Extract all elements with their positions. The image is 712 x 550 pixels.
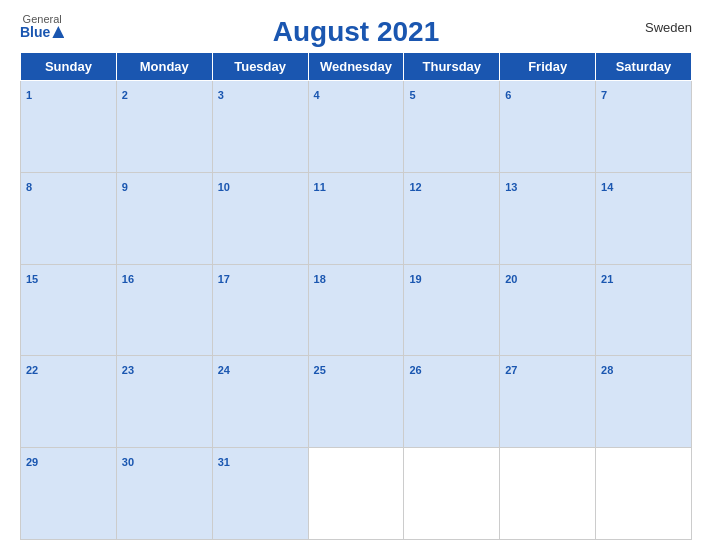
calendar-cell: 1 <box>21 81 117 173</box>
calendar-cell: 27 <box>500 356 596 448</box>
calendar-cell: 31 <box>212 448 308 540</box>
calendar-cell: 6 <box>500 81 596 173</box>
calendar-cell <box>404 448 500 540</box>
calendar-cell <box>596 448 692 540</box>
day-number: 26 <box>409 364 421 376</box>
calendar-cell: 8 <box>21 172 117 264</box>
calendar-table: SundayMondayTuesdayWednesdayThursdayFrid… <box>20 52 692 540</box>
day-number: 5 <box>409 89 415 101</box>
weekday-header-sunday: Sunday <box>21 53 117 81</box>
day-number: 15 <box>26 273 38 285</box>
calendar-cell <box>500 448 596 540</box>
day-number: 1 <box>26 89 32 101</box>
calendar-cell: 9 <box>116 172 212 264</box>
day-number: 23 <box>122 364 134 376</box>
day-number: 18 <box>314 273 326 285</box>
calendar-cell: 4 <box>308 81 404 173</box>
calendar-cell: 26 <box>404 356 500 448</box>
logo-blue-text: Blue <box>20 25 64 39</box>
calendar-cell: 16 <box>116 264 212 356</box>
day-number: 29 <box>26 456 38 468</box>
calendar-cell: 12 <box>404 172 500 264</box>
logo: General Blue <box>20 14 64 39</box>
day-number: 27 <box>505 364 517 376</box>
logo-triangle-icon <box>52 26 64 38</box>
calendar-cell: 30 <box>116 448 212 540</box>
day-number: 30 <box>122 456 134 468</box>
weekday-header-row: SundayMondayTuesdayWednesdayThursdayFrid… <box>21 53 692 81</box>
calendar-cell: 2 <box>116 81 212 173</box>
calendar-cell: 28 <box>596 356 692 448</box>
weekday-header-saturday: Saturday <box>596 53 692 81</box>
calendar-cell: 21 <box>596 264 692 356</box>
calendar-week-row: 1234567 <box>21 81 692 173</box>
calendar-cell: 25 <box>308 356 404 448</box>
calendar-cell: 20 <box>500 264 596 356</box>
calendar-cell: 10 <box>212 172 308 264</box>
calendar-cell: 23 <box>116 356 212 448</box>
calendar-cell: 7 <box>596 81 692 173</box>
calendar-cell: 5 <box>404 81 500 173</box>
day-number: 4 <box>314 89 320 101</box>
weekday-header-thursday: Thursday <box>404 53 500 81</box>
calendar-cell: 13 <box>500 172 596 264</box>
day-number: 16 <box>122 273 134 285</box>
day-number: 31 <box>218 456 230 468</box>
day-number: 8 <box>26 181 32 193</box>
weekday-header-wednesday: Wednesday <box>308 53 404 81</box>
day-number: 20 <box>505 273 517 285</box>
calendar-week-row: 15161718192021 <box>21 264 692 356</box>
day-number: 10 <box>218 181 230 193</box>
calendar-header: General Blue August 2021 Sweden <box>20 10 692 48</box>
day-number: 17 <box>218 273 230 285</box>
day-number: 25 <box>314 364 326 376</box>
month-title: August 2021 <box>273 16 440 48</box>
weekday-header-tuesday: Tuesday <box>212 53 308 81</box>
day-number: 12 <box>409 181 421 193</box>
day-number: 2 <box>122 89 128 101</box>
day-number: 28 <box>601 364 613 376</box>
day-number: 21 <box>601 273 613 285</box>
weekday-header-monday: Monday <box>116 53 212 81</box>
calendar-cell: 24 <box>212 356 308 448</box>
calendar-cell: 19 <box>404 264 500 356</box>
day-number: 22 <box>26 364 38 376</box>
calendar-cell <box>308 448 404 540</box>
calendar-cell: 15 <box>21 264 117 356</box>
day-number: 7 <box>601 89 607 101</box>
country-label: Sweden <box>645 20 692 35</box>
calendar-week-row: 891011121314 <box>21 172 692 264</box>
calendar-cell: 22 <box>21 356 117 448</box>
day-number: 11 <box>314 181 326 193</box>
day-number: 3 <box>218 89 224 101</box>
calendar-cell: 3 <box>212 81 308 173</box>
calendar-cell: 17 <box>212 264 308 356</box>
weekday-header-friday: Friday <box>500 53 596 81</box>
calendar-cell: 14 <box>596 172 692 264</box>
day-number: 14 <box>601 181 613 193</box>
day-number: 24 <box>218 364 230 376</box>
day-number: 9 <box>122 181 128 193</box>
day-number: 19 <box>409 273 421 285</box>
calendar-week-row: 293031 <box>21 448 692 540</box>
calendar-cell: 29 <box>21 448 117 540</box>
calendar-cell: 11 <box>308 172 404 264</box>
day-number: 6 <box>505 89 511 101</box>
calendar-week-row: 22232425262728 <box>21 356 692 448</box>
calendar-cell: 18 <box>308 264 404 356</box>
day-number: 13 <box>505 181 517 193</box>
